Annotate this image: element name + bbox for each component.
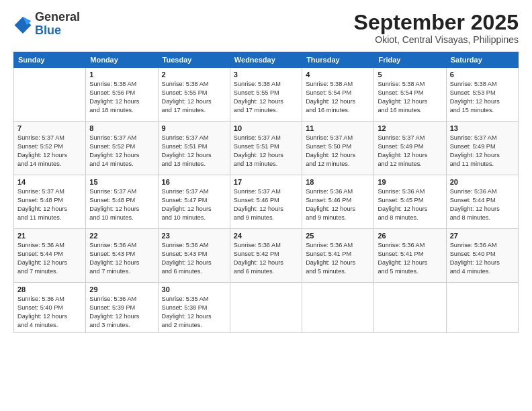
day-info: Sunrise: 5:36 AM Sunset: 5:40 PM Dayligh… <box>450 241 515 276</box>
weekday-row: SundayMondayTuesdayWednesdayThursdayFrid… <box>14 52 519 68</box>
day-number: 18 <box>306 178 370 186</box>
calendar-cell: 12Sunrise: 5:37 AM Sunset: 5:49 PM Dayli… <box>374 122 446 175</box>
day-info: Sunrise: 5:38 AM Sunset: 5:54 PM Dayligh… <box>306 80 370 115</box>
calendar-cell <box>230 283 302 333</box>
day-info: Sunrise: 5:37 AM Sunset: 5:48 PM Dayligh… <box>17 187 82 222</box>
day-info: Sunrise: 5:37 AM Sunset: 5:49 PM Dayligh… <box>378 134 442 169</box>
day-info: Sunrise: 5:36 AM Sunset: 5:39 PM Dayligh… <box>89 295 154 330</box>
weekday-header-wednesday: Wednesday <box>230 52 302 68</box>
day-info: Sunrise: 5:37 AM Sunset: 5:51 PM Dayligh… <box>162 134 226 169</box>
day-info: Sunrise: 5:38 AM Sunset: 5:55 PM Dayligh… <box>234 80 298 115</box>
svg-marker-0 <box>15 17 32 34</box>
calendar-cell: 19Sunrise: 5:36 AM Sunset: 5:45 PM Dayli… <box>374 175 446 229</box>
calendar-cell: 29Sunrise: 5:36 AM Sunset: 5:39 PM Dayli… <box>86 283 158 333</box>
calendar-cell: 17Sunrise: 5:37 AM Sunset: 5:46 PM Dayli… <box>230 175 302 229</box>
day-info: Sunrise: 5:37 AM Sunset: 5:52 PM Dayligh… <box>89 134 154 169</box>
day-info: Sunrise: 5:37 AM Sunset: 5:51 PM Dayligh… <box>234 134 298 169</box>
day-number: 4 <box>306 71 370 79</box>
calendar-cell: 24Sunrise: 5:36 AM Sunset: 5:42 PM Dayli… <box>230 229 302 283</box>
day-info: Sunrise: 5:35 AM Sunset: 5:38 PM Dayligh… <box>162 295 226 330</box>
day-number: 15 <box>89 178 154 186</box>
calendar-cell: 27Sunrise: 5:36 AM Sunset: 5:40 PM Dayli… <box>446 229 518 283</box>
calendar-cell: 16Sunrise: 5:37 AM Sunset: 5:47 PM Dayli… <box>158 175 230 229</box>
header: General Blue September 2025 Okiot, Centr… <box>13 11 519 45</box>
day-number: 6 <box>450 71 515 79</box>
weekday-header-sunday: Sunday <box>14 52 86 68</box>
day-info: Sunrise: 5:37 AM Sunset: 5:49 PM Dayligh… <box>450 134 515 169</box>
calendar-cell: 15Sunrise: 5:37 AM Sunset: 5:48 PM Dayli… <box>86 175 158 229</box>
day-number: 21 <box>17 232 82 240</box>
calendar-cell: 6Sunrise: 5:38 AM Sunset: 5:53 PM Daylig… <box>446 68 518 122</box>
calendar-week-1: 1Sunrise: 5:38 AM Sunset: 5:56 PM Daylig… <box>14 68 519 122</box>
calendar-cell: 14Sunrise: 5:37 AM Sunset: 5:48 PM Dayli… <box>14 175 86 229</box>
calendar-cell: 13Sunrise: 5:37 AM Sunset: 5:49 PM Dayli… <box>446 122 518 175</box>
calendar-cell: 1Sunrise: 5:38 AM Sunset: 5:56 PM Daylig… <box>86 68 158 122</box>
day-number: 24 <box>234 232 298 240</box>
day-number: 2 <box>162 71 226 79</box>
title-block: September 2025 Okiot, Central Visayas, P… <box>354 11 519 45</box>
logo-blue: Blue <box>35 24 61 37</box>
day-info: Sunrise: 5:37 AM Sunset: 5:46 PM Dayligh… <box>234 187 298 222</box>
calendar-cell: 10Sunrise: 5:37 AM Sunset: 5:51 PM Dayli… <box>230 122 302 175</box>
calendar-cell: 7Sunrise: 5:37 AM Sunset: 5:52 PM Daylig… <box>14 122 86 175</box>
calendar-header: SundayMondayTuesdayWednesdayThursdayFrid… <box>14 52 519 68</box>
logo-general: General <box>35 10 80 24</box>
calendar-cell: 23Sunrise: 5:36 AM Sunset: 5:43 PM Dayli… <box>158 229 230 283</box>
day-number: 30 <box>162 285 226 293</box>
day-info: Sunrise: 5:38 AM Sunset: 5:56 PM Dayligh… <box>89 80 154 115</box>
calendar-week-2: 7Sunrise: 5:37 AM Sunset: 5:52 PM Daylig… <box>14 122 519 175</box>
calendar-cell: 30Sunrise: 5:35 AM Sunset: 5:38 PM Dayli… <box>158 283 230 333</box>
calendar-cell: 26Sunrise: 5:36 AM Sunset: 5:41 PM Dayli… <box>374 229 446 283</box>
day-number: 16 <box>162 178 226 186</box>
day-number: 12 <box>378 124 442 132</box>
day-number: 27 <box>450 232 515 240</box>
day-number: 23 <box>162 232 226 240</box>
calendar-cell: 18Sunrise: 5:36 AM Sunset: 5:46 PM Dayli… <box>302 175 374 229</box>
day-number: 11 <box>306 124 370 132</box>
calendar-cell: 2Sunrise: 5:38 AM Sunset: 5:55 PM Daylig… <box>158 68 230 122</box>
day-info: Sunrise: 5:36 AM Sunset: 5:41 PM Dayligh… <box>306 241 370 276</box>
calendar-cell <box>14 68 86 122</box>
day-number: 3 <box>234 71 298 79</box>
day-number: 9 <box>162 124 226 132</box>
calendar-cell: 22Sunrise: 5:36 AM Sunset: 5:43 PM Dayli… <box>86 229 158 283</box>
day-number: 22 <box>89 232 154 240</box>
page: General Blue September 2025 Okiot, Centr… <box>0 0 532 411</box>
weekday-header-monday: Monday <box>86 52 158 68</box>
month-title: September 2025 <box>354 11 519 34</box>
calendar-cell: 21Sunrise: 5:36 AM Sunset: 5:44 PM Dayli… <box>14 229 86 283</box>
day-number: 7 <box>17 124 82 132</box>
weekday-header-saturday: Saturday <box>446 52 518 68</box>
calendar-cell: 5Sunrise: 5:38 AM Sunset: 5:54 PM Daylig… <box>374 68 446 122</box>
weekday-header-thursday: Thursday <box>302 52 374 68</box>
calendar-table: SundayMondayTuesdayWednesdayThursdayFrid… <box>13 52 519 333</box>
calendar-cell <box>446 283 518 333</box>
day-info: Sunrise: 5:36 AM Sunset: 5:44 PM Dayligh… <box>17 241 82 276</box>
day-info: Sunrise: 5:38 AM Sunset: 5:54 PM Dayligh… <box>378 80 442 115</box>
day-number: 17 <box>234 178 298 186</box>
calendar-cell: 8Sunrise: 5:37 AM Sunset: 5:52 PM Daylig… <box>86 122 158 175</box>
day-info: Sunrise: 5:36 AM Sunset: 5:46 PM Dayligh… <box>306 187 370 222</box>
calendar-week-4: 21Sunrise: 5:36 AM Sunset: 5:44 PM Dayli… <box>14 229 519 283</box>
day-number: 1 <box>89 71 154 79</box>
calendar-cell <box>302 283 374 333</box>
day-number: 10 <box>234 124 298 132</box>
day-info: Sunrise: 5:37 AM Sunset: 5:48 PM Dayligh… <box>89 187 154 222</box>
logo-icon <box>13 15 32 34</box>
day-number: 26 <box>378 232 442 240</box>
day-number: 19 <box>378 178 442 186</box>
logo: General Blue <box>13 11 80 38</box>
day-number: 13 <box>450 124 515 132</box>
day-info: Sunrise: 5:36 AM Sunset: 5:41 PM Dayligh… <box>378 241 442 276</box>
location: Okiot, Central Visayas, Philippines <box>354 34 519 45</box>
day-number: 14 <box>17 178 82 186</box>
day-number: 8 <box>89 124 154 132</box>
calendar-cell: 20Sunrise: 5:36 AM Sunset: 5:44 PM Dayli… <box>446 175 518 229</box>
day-number: 29 <box>89 285 154 293</box>
day-info: Sunrise: 5:38 AM Sunset: 5:55 PM Dayligh… <box>162 80 226 115</box>
calendar-cell <box>374 283 446 333</box>
day-info: Sunrise: 5:36 AM Sunset: 5:43 PM Dayligh… <box>89 241 154 276</box>
calendar-cell: 4Sunrise: 5:38 AM Sunset: 5:54 PM Daylig… <box>302 68 374 122</box>
day-info: Sunrise: 5:37 AM Sunset: 5:52 PM Dayligh… <box>17 134 82 169</box>
day-info: Sunrise: 5:36 AM Sunset: 5:44 PM Dayligh… <box>450 187 515 222</box>
